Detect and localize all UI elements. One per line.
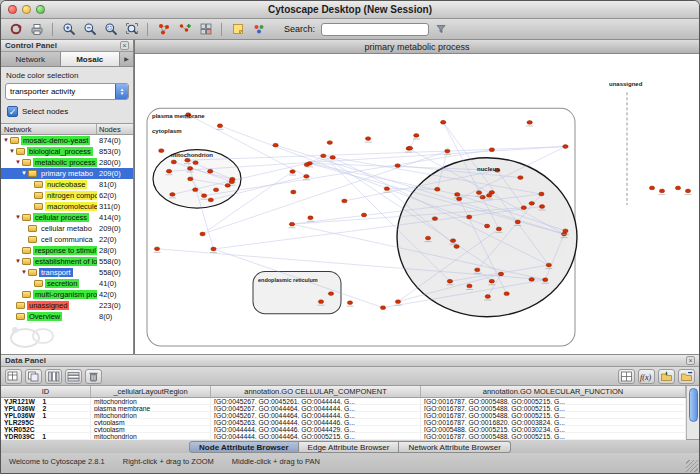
grid-view-icon[interactable] [618,369,635,384]
resize-grip[interactable] [686,460,698,472]
tree-row[interactable]: ▼metabolic process280(0) [1,157,133,168]
tree-row[interactable]: Overview8(0) [1,311,133,322]
tree-row[interactable]: cell communica22(0) [1,234,133,245]
import-attributes-icon[interactable] [658,369,675,384]
status-pan-hint: Middle-click + drag to PAN [232,457,320,466]
row-matrix-icon[interactable] [65,369,82,384]
attribute-table: ID _cellularLayoutRegion annotation.GO C… [1,386,699,439]
show-columns-icon[interactable] [45,369,62,384]
column-header-id[interactable]: ID [1,386,91,397]
zoom-fit-icon[interactable] [122,20,141,38]
tree-expand-icon[interactable]: ▼ [15,212,22,223]
control-panel-header: Control Panel × [1,40,133,52]
tree-expand-icon[interactable]: ▼ [15,157,22,168]
scrollbar-thumb[interactable] [689,388,698,422]
new-attribute-icon[interactable] [5,369,22,384]
tab-network-attribute-browser[interactable]: Network Attribute Browser [399,441,510,453]
refresh-icon[interactable] [6,20,25,38]
svg-text:plasma membrane: plasma membrane [152,113,205,119]
table-row[interactable]: YDR039C__1mitochondrion[GO:0044444, GO:0… [1,433,686,440]
network-canvas[interactable]: plasma membranecytoplasmmitochondrionnuc… [135,54,699,354]
node-color-dropdown[interactable]: transporter activity ▲▼ [5,83,129,100]
print-icon[interactable] [27,20,46,38]
table-scrollbar[interactable] [686,386,699,439]
tree-row-label: macromolecule [45,202,97,211]
data-panel-header: Data Panel × [1,355,699,367]
select-nodes-row: ✓ Select nodes [7,106,129,117]
column-header-molecular-function[interactable]: annotation.GO MOLECULAR_FUNCTION [421,386,686,397]
tree-expand-icon[interactable]: ▼ [3,135,10,146]
tree-row[interactable]: ▼transport558(0) [1,267,133,278]
tree-row-label: establishment of lo [33,257,97,266]
tab-node-attribute-browser[interactable]: Node Attribute Browser [189,441,299,453]
network-folder-icon [22,258,31,265]
tree-expand-icon[interactable]: ▼ [15,256,22,267]
copy-attribute-icon[interactable] [25,369,42,384]
search-config-icon[interactable] [431,20,450,38]
tree-expand-icon[interactable]: ▼ [21,267,28,278]
tree-row[interactable]: multi-organism pro42(0) [1,289,133,300]
tree-row[interactable]: response to stimul28(0) [1,245,133,256]
tree-row-node-count: 41(0) [97,279,133,288]
zoom-window-button[interactable] [36,5,45,14]
close-window-button[interactable] [8,5,17,14]
function-builder-icon[interactable]: f(x) [638,369,655,384]
column-header-region[interactable]: _cellularLayoutRegion [91,386,211,397]
titlebar[interactable]: Cytoscape Desktop (New Session) [1,1,699,19]
tree-row[interactable]: ▼primary metabo209(0) [1,168,133,179]
network-folder-icon [34,192,43,199]
network-view-title[interactable]: primary metabolic process [135,40,699,54]
network-manager-icon[interactable] [196,20,215,38]
table-cell: [GO:0016787, GO:0005488, GO:0005215, G..… [421,412,686,418]
tree-row[interactable]: cellular metabo209(0) [1,223,133,234]
annotation-icon[interactable] [228,20,247,38]
cytoscape-window: Cytoscape Desktop (New Session) [0,0,700,474]
network-folder-icon [28,170,37,177]
table-row[interactable]: YJR121W__1mitochondrion[GO:0045267, GO:0… [1,398,686,405]
zoom-in-icon[interactable] [59,20,78,38]
main-area: Control Panel × Network Mosaic ▶ Node co… [1,40,699,354]
tree-row[interactable]: nucleobase81(0) [1,179,133,190]
tree-header-nodes[interactable]: Nodes [97,124,133,134]
tab-network[interactable]: Network [1,52,61,66]
tree-row[interactable]: nitrogen compo62(0) [1,190,133,201]
tab-scroll-right-icon[interactable]: ▶ [120,52,133,66]
tab-mosaic[interactable]: Mosaic [61,52,121,66]
dropdown-arrows-icon: ▲▼ [115,84,128,99]
table-row[interactable]: YKR052Ccytoplasm[GO:0044444, GO:0044446,… [1,426,686,433]
tree-row-label: nitrogen compo [45,191,97,200]
column-header-cellular-component[interactable]: annotation.GO CELLULAR_COMPONENT [211,386,421,397]
zoom-selected-icon[interactable] [101,20,120,38]
export-attributes-icon[interactable] [678,369,695,384]
vizmapper-icon[interactable] [249,20,268,38]
tree-expand-icon[interactable]: ▼ [9,146,16,157]
tree-row-node-count: 280(0) [97,158,133,167]
tree-row[interactable]: ▼establishment of lo558(0) [1,256,133,267]
tree-expand-icon[interactable]: ▼ [21,168,28,179]
tree-row[interactable]: unassigned223(0) [1,300,133,311]
tree-header-network[interactable]: Network [1,124,97,134]
tree-row[interactable]: ▼mosaic-demo-yeast874(0) [1,135,133,146]
tab-edge-attribute-browser[interactable]: Edge Attribute Browser [299,441,400,453]
data-panel-close-icon[interactable]: × [686,356,695,365]
tree-row-label: primary metabo [39,169,95,178]
zoom-out-icon[interactable] [80,20,99,38]
control-panel-close-icon[interactable]: × [120,41,129,50]
select-nodes-checkbox[interactable]: ✓ [7,106,18,117]
node-color-dropdown-value: transporter activity [10,87,75,96]
tree-row[interactable]: macromolecule311(0) [1,201,133,212]
network-overview-icon[interactable] [154,20,173,38]
search-input[interactable] [321,23,429,36]
tree-row[interactable]: ▼cellular process414(0) [1,212,133,223]
minimize-window-button[interactable] [22,5,31,14]
search-label: Search: [284,24,315,34]
delete-attribute-icon[interactable] [85,369,102,384]
new-network-icon[interactable] [175,20,194,38]
table-row[interactable]: YPL036W__1mitochondrion[GO:0045267, GO:0… [1,412,686,419]
network-view-window: primary metabolic process plasma membran… [134,40,699,354]
table-row[interactable]: YPL036W__2plasma membrane[GO:0045267, GO… [1,405,686,412]
tree-row[interactable]: ▼biological_process853(0) [1,146,133,157]
tree-row-node-count: 874(0) [97,136,133,145]
table-row[interactable]: YLR295Ccytoplasm[GO:0045263, GO:0044444,… [1,419,686,426]
tree-row[interactable]: secretion41(0) [1,278,133,289]
